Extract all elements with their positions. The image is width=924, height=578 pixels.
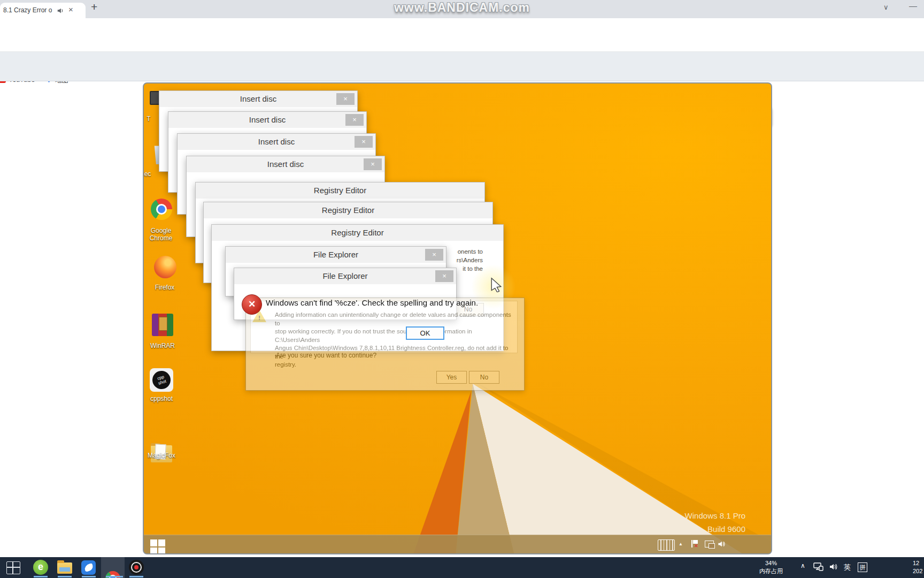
tray-clock[interactable]: 12 202 xyxy=(913,559,924,575)
tab-audio-icon[interactable] xyxy=(57,7,64,17)
dialog-title: File Explorer xyxy=(226,247,446,263)
dialog-title: File Explorer xyxy=(234,268,456,284)
app-underline xyxy=(82,576,96,577)
desktop-cppshot-icon[interactable]: cpp shot xyxy=(150,368,173,392)
browser-toolbar: scratch.mit.edu/projects/611232379/fulls… xyxy=(0,18,924,36)
app-underline xyxy=(129,576,143,577)
desktop-chrome-label: Google Chrome xyxy=(143,227,180,242)
start-button[interactable] xyxy=(150,539,165,554)
window-minimize-button[interactable]: — xyxy=(909,1,917,10)
app-underline xyxy=(106,576,123,577)
ime-pinyin-icon[interactable]: 拼 xyxy=(858,562,867,572)
tray-show-hidden-icon[interactable]: ▲ xyxy=(679,542,683,546)
confirm-question: Are you sure you want to continue? xyxy=(276,352,376,359)
tray-volume-icon[interactable] xyxy=(828,562,838,573)
desktop-firefox-label: Firefox xyxy=(144,284,185,291)
close-icon[interactable]: × xyxy=(336,93,355,105)
tab-search-chevron-icon[interactable]: ∨ xyxy=(883,3,889,11)
volume-icon[interactable] xyxy=(717,540,726,550)
app-underline xyxy=(58,576,72,577)
tab-close-icon[interactable]: × xyxy=(68,5,73,14)
dialog-title: Insert disc xyxy=(159,91,357,107)
error-message: Windows can't find '%cze'. Check the spe… xyxy=(266,298,478,307)
desktop-winrar-label: WinRAR xyxy=(143,342,183,349)
desktop-winrar-icon[interactable] xyxy=(152,314,173,336)
close-icon[interactable]: × xyxy=(364,158,382,170)
desktop-magicfox-label: MagicFox xyxy=(143,452,182,459)
taskbar-explorer-icon[interactable] xyxy=(57,562,72,574)
desktop-chrome-icon[interactable] xyxy=(151,199,172,220)
desktop-cppshot-label: cppshot xyxy=(143,395,182,402)
network-icon[interactable] xyxy=(705,541,714,547)
dialog-title: Insert disc xyxy=(178,134,375,150)
simulated-taskbar: e ▲ ✕ 5:59 PM 12/4/2021 xyxy=(144,535,772,554)
taskbar-thunder-icon[interactable] xyxy=(81,560,96,575)
dialog-title: Insert disc xyxy=(168,112,366,128)
ok-button[interactable]: OK xyxy=(406,326,444,340)
scratch-stage: T Rec Google Chrome Firefox WinRAR cpp s… xyxy=(143,82,772,554)
app-underline xyxy=(34,576,48,577)
os-taskbar: e 34% 内存占用 ∧ 英 拼 12 202 xyxy=(0,557,924,578)
recycle-bin-label: Rec xyxy=(143,170,161,178)
screen: { "watermark_top": "www.BANDICAM.com", "… xyxy=(0,0,924,578)
new-tab-button[interactable]: + xyxy=(91,1,97,13)
action-center-flag-icon[interactable]: ✕ xyxy=(691,540,699,547)
dialog-title: Registry Editor xyxy=(212,225,503,241)
no-button[interactable]: No xyxy=(469,371,499,384)
memory-usage-indicator[interactable]: 34% 内存占用 xyxy=(749,559,794,575)
warning-text: Adding information can unintentionally c… xyxy=(275,311,517,369)
yes-button[interactable]: Yes xyxy=(436,371,467,384)
close-icon[interactable]: × xyxy=(345,114,364,126)
touch-keyboard-icon[interactable] xyxy=(658,539,675,551)
windows-watermark: Windows 8.1 Pro Build 9600 xyxy=(685,509,745,536)
this-pc-label: T xyxy=(145,115,152,123)
taskbar-app-grid-icon[interactable] xyxy=(6,561,20,574)
mouse-cursor xyxy=(490,277,502,294)
desktop-firefox-icon[interactable] xyxy=(154,256,176,278)
tray-network-icon[interactable] xyxy=(813,562,823,573)
taskbar-bandicam-icon[interactable] xyxy=(129,560,144,575)
tray-chevron-up-icon[interactable]: ∧ xyxy=(800,562,805,569)
tab-title: 8.1 Crazy Error o xyxy=(3,6,53,14)
close-icon[interactable]: × xyxy=(435,270,453,282)
bandicam-watermark: www.BANDICAM.com xyxy=(394,1,530,15)
dialog-title: Insert disc xyxy=(187,156,384,172)
registry-confirm-dialog-ghost: ! Adding information can unintentionally… xyxy=(245,298,525,391)
error-icon: ✕ xyxy=(242,294,262,315)
dialog-title: Registry Editor xyxy=(196,182,484,199)
close-icon[interactable]: × xyxy=(355,136,373,148)
close-icon[interactable]: × xyxy=(425,249,443,261)
dialog-title: Registry Editor xyxy=(204,202,492,218)
scratch-control-bar xyxy=(0,52,924,81)
taskbar-360-browser-icon[interactable]: e xyxy=(33,560,48,575)
bookmarks-bar: YouTube 地图 xyxy=(0,36,924,52)
ime-language-indicator[interactable]: 英 xyxy=(844,562,851,572)
browser-tab[interactable]: 8.1 Crazy Error o × xyxy=(0,3,86,18)
